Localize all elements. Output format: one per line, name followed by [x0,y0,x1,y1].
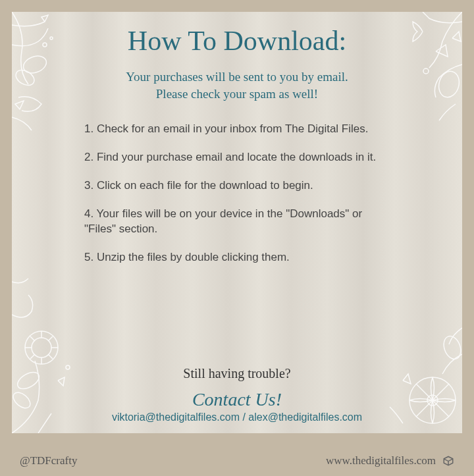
subtitle: Your purchases will be sent to you by em… [45,68,429,102]
subtitle-line-2: Please check your spam as well! [156,87,318,101]
contact-emails: viktoria@thedigitalfiles.com / alex@thed… [45,411,429,423]
outer-frame: How To Download: Your purchases will be … [0,0,474,476]
page-title: How To Download: [45,25,429,57]
social-handle: @TDFcrafty [20,454,77,467]
step-3: 3. Click on each file for the download t… [84,178,390,194]
svg-point-9 [12,389,33,411]
wood-panel: How To Download: Your purchases will be … [12,12,462,433]
svg-point-13 [441,334,462,361]
trouble-text: Still having trouble? [45,366,429,381]
contact-us-heading: Contact Us! [45,389,429,410]
step-5: 5. Unzip the files by double clicking th… [84,250,390,265]
steps-container: 1. Check for an email in your inbox from… [45,122,429,366]
step-2: 2. Find your purchase email and locate t… [84,150,390,165]
step-1: 1. Check for an email in your inbox from… [84,122,390,137]
svg-point-8 [14,369,41,392]
box-icon [442,455,454,467]
footer: @TDFcrafty www.thedigitalfiles.com [0,445,474,476]
footer-right: www.thedigitalfiles.com [326,454,454,467]
subtitle-line-1: Your purchases will be sent to you by em… [126,70,348,84]
svg-point-1 [13,67,37,88]
step-4: 4. Your files will be on your device in … [84,207,390,237]
svg-point-5 [436,69,461,99]
website-url: www.thedigitalfiles.com [326,454,436,467]
